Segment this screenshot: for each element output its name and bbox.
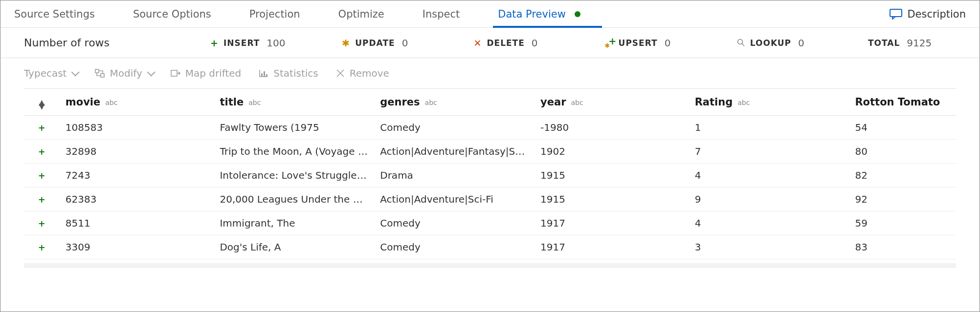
svg-rect-7: [264, 71, 265, 77]
svg-rect-4: [101, 74, 104, 77]
table-row[interactable]: +3309Dog's Life, AComedy1917383: [24, 235, 956, 259]
table-row[interactable]: +8511Immigrant, TheComedy1917459: [24, 211, 956, 235]
cell-rating: 4: [689, 211, 849, 235]
cell-rating: 1: [689, 116, 849, 140]
insert-row-icon: +: [38, 194, 45, 205]
stat-delete: ✕ Delete 0: [473, 37, 604, 49]
table-toolbar: Typecast Modify Map drifted Statistics R…: [24, 58, 956, 88]
horizontal-scrollbar[interactable]: [24, 263, 956, 268]
cell-genres: Drama: [374, 164, 535, 187]
tab-inspect[interactable]: Inspect: [423, 0, 476, 28]
map-drifted-icon: [171, 69, 180, 78]
cell-title: Fawlty Towers (1975: [214, 116, 374, 140]
cell-rating: 7: [689, 140, 849, 164]
modify-icon: [95, 69, 105, 78]
stat-total: Total 9125: [868, 37, 966, 49]
cell-title: Trip to the Moon, A (Voyage …: [214, 140, 374, 164]
data-table: ▲▼ movieabc titleabc genresabc yearabc R…: [24, 88, 956, 259]
table-row[interactable]: +6238320,000 Leagues Under the SeaAction…: [24, 187, 956, 211]
status-dot-icon: [575, 11, 580, 17]
cell-title: Intolerance: Love's Struggle …: [214, 164, 374, 187]
cell-year: -1980: [535, 116, 689, 140]
statistics-icon: [259, 69, 268, 78]
sort-column[interactable]: ▲▼: [24, 89, 60, 116]
col-title[interactable]: titleabc: [214, 89, 374, 116]
search-icon: [736, 38, 745, 48]
col-rating[interactable]: Ratingabc: [689, 89, 849, 116]
asterisk-icon: ✱: [341, 38, 350, 48]
table-row[interactable]: +7243Intolerance: Love's Struggle …Drama…: [24, 164, 956, 187]
chevron-down-icon: [71, 68, 80, 76]
col-movie[interactable]: movieabc: [60, 89, 214, 116]
svg-rect-8: [266, 74, 267, 77]
stat-upsert: ✱+ Upsert 0: [605, 37, 736, 49]
insert-row-icon: +: [38, 218, 45, 229]
stat-lookup: Lookup 0: [736, 37, 868, 49]
cell-movie: 7243: [60, 164, 214, 187]
description-button[interactable]: Description: [890, 8, 966, 20]
insert-row-icon: +: [38, 242, 45, 252]
svg-rect-0: [890, 9, 902, 17]
row-stats-bar: Number of rows + Insert 100 ✱ Update 0 ✕…: [0, 28, 980, 58]
description-label: Description: [907, 8, 966, 20]
cell-title: Dog's Life, A: [214, 235, 374, 259]
cell-rating: 4: [689, 164, 849, 187]
cell-title: 20,000 Leagues Under the Sea: [214, 187, 374, 211]
insert-row-icon: +: [38, 170, 45, 181]
svg-rect-6: [261, 73, 263, 77]
cell-genres: Comedy: [374, 235, 535, 259]
col-genres[interactable]: genresabc: [374, 89, 535, 116]
cell-rotten-tomato: 83: [849, 235, 956, 259]
tab-source-options[interactable]: Source Options: [133, 0, 228, 28]
upsert-icon: ✱+: [605, 38, 614, 48]
cell-year: 1902: [535, 140, 689, 164]
cell-movie: 3309: [60, 235, 214, 259]
svg-rect-3: [95, 69, 99, 73]
cell-year: 1917: [535, 211, 689, 235]
cell-movie: 32898: [60, 140, 214, 164]
cell-rotten-tomato: 82: [849, 164, 956, 187]
table-row[interactable]: +32898Trip to the Moon, A (Voyage …Actio…: [24, 140, 956, 164]
map-drifted-button[interactable]: Map drifted: [171, 67, 242, 79]
tab-data-preview[interactable]: Data Preview: [498, 0, 597, 28]
tab-bar: Source Settings Source Options Projectio…: [0, 0, 980, 28]
col-year[interactable]: yearabc: [535, 89, 689, 116]
modify-button[interactable]: Modify: [95, 67, 153, 79]
cell-rotten-tomato: 54: [849, 116, 956, 140]
tab-source-settings[interactable]: Source Settings: [14, 0, 111, 28]
comment-icon: [890, 9, 902, 20]
cell-year: 1917: [535, 235, 689, 259]
rows-label: Number of rows: [24, 37, 210, 49]
cell-title: Immigrant, The: [214, 211, 374, 235]
svg-rect-5: [171, 70, 177, 76]
cell-year: 1915: [535, 187, 689, 211]
cell-genres: Comedy: [374, 211, 535, 235]
cell-rating: 9: [689, 187, 849, 211]
cell-rating: 3: [689, 235, 849, 259]
plus-icon: +: [210, 38, 219, 48]
cell-rotten-tomato: 92: [849, 187, 956, 211]
svg-line-2: [742, 43, 744, 46]
statistics-button[interactable]: Statistics: [259, 67, 318, 79]
typecast-button[interactable]: Typecast: [24, 67, 77, 79]
insert-row-icon: +: [38, 123, 45, 133]
cell-genres: Comedy: [374, 116, 535, 140]
cell-movie: 62383: [60, 187, 214, 211]
remove-button[interactable]: Remove: [336, 67, 389, 79]
x-icon: ✕: [473, 38, 482, 48]
cell-genres: Action|Adventure|Sci-Fi: [374, 187, 535, 211]
sort-icon: ▲▼: [39, 101, 45, 108]
cell-year: 1915: [535, 164, 689, 187]
cell-rotten-tomato: 80: [849, 140, 956, 164]
tab-projection[interactable]: Projection: [249, 0, 317, 28]
cell-genres: Action|Adventure|Fantasy|Sci…: [374, 140, 535, 164]
stat-insert: + Insert 100: [210, 37, 341, 49]
tab-optimize[interactable]: Optimize: [338, 0, 401, 28]
chevron-down-icon: [147, 68, 155, 76]
table-row[interactable]: +108583Fawlty Towers (1975Comedy-1980154: [24, 116, 956, 140]
remove-icon: [336, 69, 345, 78]
cell-rotten-tomato: 59: [849, 211, 956, 235]
stat-update: ✱ Update 0: [341, 37, 473, 49]
cell-movie: 108583: [60, 116, 214, 140]
col-rotten-tomato[interactable]: Rotton Tomato: [849, 89, 956, 116]
